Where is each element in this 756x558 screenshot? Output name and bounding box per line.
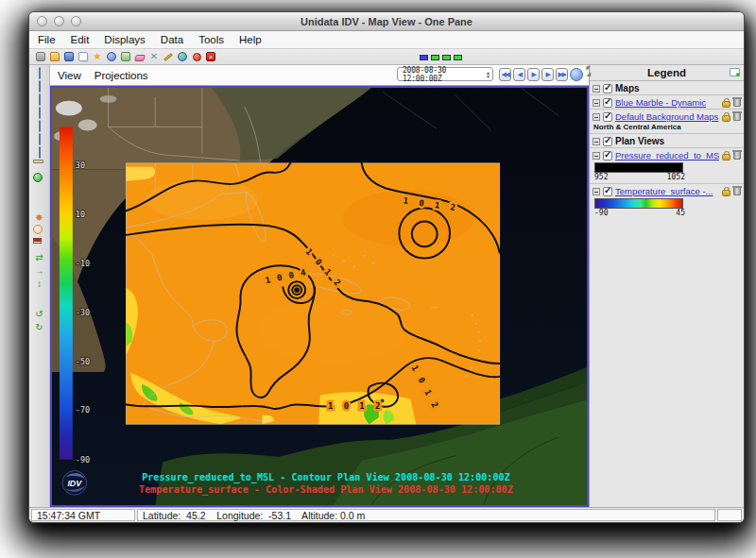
- perspective-view-icon[interactable]: [33, 146, 45, 159]
- map-view-panel: View Projections 2008-08-30 12:00:00Z ▲▼…: [50, 65, 589, 507]
- erase-icon[interactable]: [134, 51, 146, 62]
- background-maps-checkbox[interactable]: [603, 112, 612, 122]
- pressure-checkbox[interactable]: [603, 151, 612, 161]
- rotate-cube-left-icon[interactable]: [33, 93, 45, 106]
- time-step-loaded[interactable]: [454, 55, 462, 60]
- menu-data[interactable]: Data: [161, 34, 183, 45]
- menu-bar: File Edit Displays Data Tools Help: [29, 31, 744, 49]
- rotate-cube-top-icon[interactable]: [33, 67, 45, 79]
- trash-icon[interactable]: [733, 98, 741, 107]
- animation-step-indicator[interactable]: [420, 55, 462, 60]
- support-request-icon[interactable]: [191, 51, 202, 62]
- menu-displays[interactable]: Displays: [104, 34, 145, 45]
- pressure-max-label: 1052: [667, 173, 685, 181]
- menu-file[interactable]: File: [38, 34, 56, 45]
- minimize-button[interactable]: [54, 16, 64, 26]
- cut-icon[interactable]: ✕: [148, 51, 160, 62]
- collapse-icon[interactable]: [593, 113, 600, 121]
- draw-icon[interactable]: [163, 51, 174, 62]
- map-scene: 1 0 1 2 1 0 1 2 1 0 0 4 1 0 1 2 1 0 1 2 …: [52, 88, 587, 505]
- lock-icon[interactable]: [722, 115, 730, 122]
- go-to-start-button[interactable]: ◀◀: [499, 68, 511, 81]
- redo-view-icon[interactable]: ↻: [33, 321, 45, 333]
- time-step-current[interactable]: [420, 55, 428, 60]
- pressure-colorbar[interactable]: 952 1052: [590, 161, 744, 183]
- colorbar-tick-n50: -50: [76, 357, 90, 366]
- projections-menu[interactable]: Projections: [94, 70, 148, 81]
- projection-globe-icon[interactable]: [177, 51, 188, 62]
- pressure-link[interactable]: Pressure_reduced_to_MS...: [615, 150, 719, 161]
- legend-group-label: Maps: [615, 83, 640, 93]
- window-title: Unidata IDV - Map View - One Pane: [301, 16, 472, 27]
- view-menu[interactable]: View: [58, 70, 81, 81]
- time-step-loaded[interactable]: [431, 55, 439, 60]
- pressure-display-label: Pressure_reduced_to_MSL - Contour Plan V…: [142, 472, 510, 483]
- temperature-link[interactable]: Temperature_surface -...: [615, 186, 719, 196]
- ruler-icon[interactable]: [33, 160, 45, 172]
- rotate-cube-front-icon[interactable]: [33, 120, 45, 132]
- refresh-display-icon[interactable]: [120, 51, 131, 62]
- colorbar-tick-n70: -70: [76, 405, 90, 414]
- animation-properties-button[interactable]: [570, 68, 583, 81]
- menu-edit[interactable]: Edit: [71, 34, 90, 45]
- clock-readout: 15:47:34 GMT: [31, 509, 135, 521]
- rotate-cube-right-icon[interactable]: [33, 107, 45, 119]
- background-maps-link[interactable]: Default Background Maps: [615, 111, 719, 122]
- trash-icon[interactable]: [733, 187, 741, 195]
- background-image-icon[interactable]: [33, 225, 45, 237]
- favorites-icon[interactable]: ★: [92, 51, 103, 62]
- go-to-end-button[interactable]: ▶▶: [556, 68, 568, 81]
- undo-view-icon[interactable]: ↺: [33, 308, 45, 320]
- trash-icon[interactable]: [733, 151, 741, 160]
- collapse-icon[interactable]: [593, 99, 600, 107]
- close-button[interactable]: [37, 16, 47, 26]
- copy-icon[interactable]: [77, 51, 89, 62]
- lock-icon[interactable]: [722, 154, 730, 161]
- rotate-cube-back-icon[interactable]: [33, 133, 45, 145]
- legend-item-pressure: Pressure_reduced_to_MS...: [590, 147, 744, 161]
- float-legend-icon[interactable]: [730, 68, 740, 76]
- play-button[interactable]: ▶: [527, 68, 540, 81]
- blue-marble-link[interactable]: Blue Marble - Dynamic: [615, 97, 719, 108]
- zoom-button[interactable]: [71, 16, 81, 26]
- rotate-cube-bottom-icon[interactable]: [33, 80, 45, 93]
- globe-view-icon[interactable]: [33, 173, 45, 185]
- step-forward-button[interactable]: ▶: [541, 68, 554, 81]
- pan-vertical-icon[interactable]: ↕: [33, 278, 45, 290]
- time-selector[interactable]: 2008-08-30 12:00:00Z ▲▼: [397, 67, 493, 81]
- color-swatch-icon[interactable]: ✸: [33, 211, 45, 224]
- title-bar[interactable]: Unidata IDV - Map View - One Pane: [29, 12, 744, 31]
- menu-help[interactable]: Help: [239, 34, 262, 45]
- collapse-icon[interactable]: [593, 138, 600, 145]
- home-view-icon[interactable]: [33, 238, 45, 250]
- show-dashboard-icon[interactable]: [35, 51, 46, 62]
- maps-visibility-checkbox[interactable]: [603, 84, 612, 93]
- collapse-icon[interactable]: [593, 85, 600, 93]
- lock-icon[interactable]: [722, 101, 730, 108]
- help-icon[interactable]: [106, 51, 117, 62]
- remove-displays-icon[interactable]: ×: [205, 51, 216, 62]
- temperature-display-label: Temperature_surface - Color-Shaded Plan …: [139, 484, 513, 496]
- open-file-icon[interactable]: [49, 51, 60, 62]
- temperature-legend-colorbar[interactable]: -90 45: [590, 197, 744, 219]
- temperature-max-label: 45: [676, 209, 685, 217]
- cursor-position-readout: Latitude: 45.2 Longitude: -53.1 Altitude…: [137, 509, 715, 521]
- animation-controls: ◀◀ ◀ ▶ ▶ ▶▶: [499, 68, 583, 81]
- map-canvas[interactable]: 1 0 1 2 1 0 1 2 1 0 0 4 1 0 1 2 1 0 1 2 …: [50, 86, 589, 507]
- step-back-button[interactable]: ◀: [513, 68, 525, 81]
- blue-marble-checkbox[interactable]: [603, 98, 612, 108]
- trash-icon[interactable]: [733, 112, 741, 121]
- pan-right-icon[interactable]: →: [33, 264, 45, 277]
- time-stepper[interactable]: ▲▼: [486, 71, 490, 78]
- pan-horizontal-icon[interactable]: ⇄: [33, 251, 45, 263]
- collapse-icon[interactable]: [593, 152, 600, 160]
- time-step-loaded[interactable]: [442, 55, 451, 60]
- collapse-icon[interactable]: [593, 188, 600, 195]
- plan-views-visibility-checkbox[interactable]: [603, 137, 612, 146]
- temperature-checkbox[interactable]: [603, 187, 612, 196]
- save-icon[interactable]: [63, 51, 75, 62]
- lock-icon[interactable]: [722, 190, 730, 196]
- display-labels: Pressure_reduced_to_MSL - Contour Plan V…: [139, 472, 513, 496]
- temperature-min-label: -90: [594, 209, 608, 217]
- menu-tools[interactable]: Tools: [198, 34, 224, 45]
